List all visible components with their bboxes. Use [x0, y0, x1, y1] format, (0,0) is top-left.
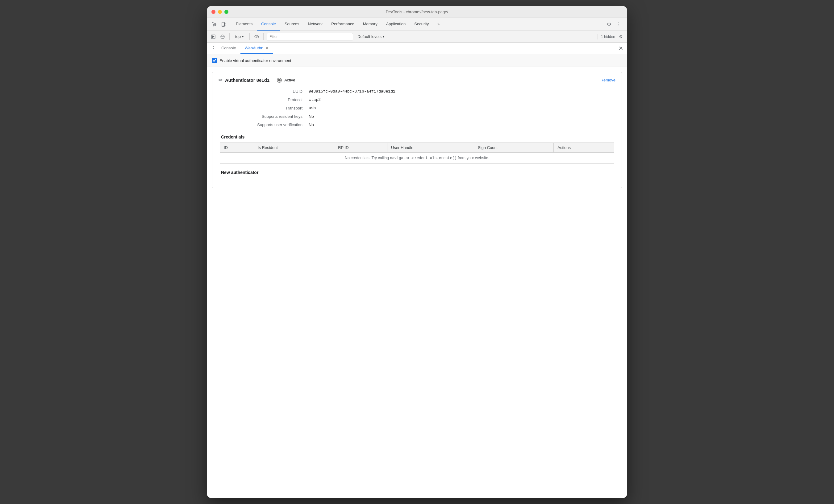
device-toolbar-icon[interactable] [219, 20, 228, 29]
devtools-top-toolbar: Elements Console Sources Network Perform… [207, 18, 627, 31]
credentials-table: ID Is Resident RP ID User Handle Sign Co… [220, 142, 614, 164]
tab-console-panel[interactable]: Console [217, 43, 240, 54]
tab-webauthn-panel[interactable]: WebAuthn ✕ [240, 43, 273, 54]
tab-more[interactable]: » [433, 18, 444, 30]
col-user-handle: User Handle [387, 143, 474, 153]
toolbar-icon-group [208, 18, 230, 30]
tab-memory[interactable]: Memory [359, 18, 382, 30]
tab-sources[interactable]: Sources [280, 18, 304, 30]
enable-authenticator-row: Enable virtual authenticator environment [207, 54, 627, 67]
empty-credentials-cell: No credentials. Try calling navigator.cr… [220, 153, 614, 164]
tab-console[interactable]: Console [257, 18, 280, 30]
clear-console-icon[interactable] [219, 33, 226, 40]
user-verification-value: No [309, 122, 615, 127]
col-rp-id: RP ID [334, 143, 387, 153]
resident-keys-value: No [309, 114, 615, 119]
panel-close-button[interactable]: ✕ [617, 43, 624, 54]
svg-point-7 [255, 35, 259, 38]
tab-network[interactable]: Network [304, 18, 327, 30]
status-label: Active [284, 78, 295, 82]
minimize-button[interactable] [218, 10, 222, 14]
credentials-table-header: ID Is Resident RP ID User Handle Sign Co… [220, 143, 614, 153]
credentials-table-body: No credentials. Try calling navigator.cr… [220, 153, 614, 164]
toolbar-divider-4 [597, 34, 598, 40]
protocol-label: Protocol [225, 97, 305, 102]
toolbar-right-icons: ⚙ ⋮ [602, 18, 626, 30]
authenticator-card: ✏ Authenticator 8e1d1 Active Remove UUID… [212, 72, 622, 188]
protocol-value: ctap2 [309, 97, 615, 102]
webauthn-tab-close[interactable]: ✕ [265, 46, 269, 51]
col-is-resident: Is Resident [254, 143, 334, 153]
context-selector[interactable]: top ▾ [233, 33, 246, 40]
settings-icon[interactable]: ⚙ [605, 20, 613, 29]
empty-message-prefix: No credentials. Try calling [345, 156, 390, 160]
authenticator-title: Authenticator 8e1d1 [225, 77, 269, 83]
run-script-icon[interactable] [210, 33, 217, 40]
status-radio-dot[interactable] [277, 78, 282, 83]
col-actions: Actions [554, 143, 614, 153]
main-content-area: Enable virtual authenticator environment… [207, 54, 627, 498]
top-nav-tabs: Elements Console Sources Network Perform… [232, 18, 602, 30]
svg-marker-4 [212, 36, 215, 38]
devtools-window: DevTools - chrome://new-tab-page/ Elemen… [207, 6, 627, 498]
user-verification-label: Supports user verification [225, 122, 305, 127]
credentials-title: Credentials [220, 135, 614, 139]
credentials-section: Credentials ID Is Resident RP ID User Ha… [219, 135, 615, 164]
level-selector[interactable]: Default levels ▾ [355, 33, 387, 40]
tab-application[interactable]: Application [382, 18, 410, 30]
title-bar: DevTools - chrome://new-tab-page/ [207, 6, 627, 18]
close-button[interactable] [212, 10, 216, 14]
eye-icon[interactable] [253, 33, 260, 40]
enable-virtual-auth-label: Enable virtual authenticator environment [219, 58, 291, 63]
authenticator-header: ✏ Authenticator 8e1d1 Active Remove [219, 77, 615, 83]
panel-tabs-bar: ⋮ Console WebAuthn ✕ ✕ [207, 43, 627, 54]
svg-point-8 [256, 36, 257, 37]
console-settings-icon[interactable]: ⚙ [617, 33, 624, 40]
toolbar-divider-3 [263, 33, 264, 40]
col-sign-count: Sign Count [474, 143, 554, 153]
filter-input[interactable] [267, 33, 353, 40]
edit-authenticator-icon[interactable]: ✏ [219, 77, 222, 83]
new-authenticator-section: New authenticator [219, 164, 615, 183]
enable-virtual-auth-checkbox[interactable] [212, 58, 217, 63]
empty-message-code: navigator.credentials.create() [390, 156, 457, 160]
uuid-value: 9e3a15fc-0da0-44bc-871b-a4f17da8e1d1 [309, 89, 615, 94]
tab-elements[interactable]: Elements [232, 18, 257, 30]
transport-value: usb [309, 106, 615, 110]
inspect-element-icon[interactable] [210, 20, 219, 29]
uuid-label: UUID [225, 89, 305, 94]
hidden-count-label: 1 hidden [601, 35, 615, 39]
col-id: ID [220, 143, 254, 153]
console-toolbar: top ▾ Default levels ▾ 1 hidden ⚙ [207, 31, 627, 43]
toolbar-divider-2 [249, 33, 250, 40]
empty-message-suffix: from your website. [457, 156, 489, 160]
maximize-button[interactable] [224, 10, 228, 14]
menu-icon[interactable]: ⋮ [615, 20, 623, 29]
svg-rect-1 [225, 23, 226, 26]
transport-label: Transport [225, 106, 305, 110]
authenticator-status: Active [277, 78, 295, 83]
remove-authenticator-link[interactable]: Remove [601, 78, 615, 82]
resident-keys-label: Supports resident keys [225, 114, 305, 119]
empty-credentials-row: No credentials. Try calling navigator.cr… [220, 153, 614, 164]
header-row: ID Is Resident RP ID User Handle Sign Co… [220, 143, 614, 153]
new-authenticator-title: New authenticator [220, 170, 614, 175]
tab-performance[interactable]: Performance [327, 18, 358, 30]
panel-menu-button[interactable]: ⋮ [210, 43, 217, 54]
hidden-count-area: 1 hidden ⚙ [596, 33, 624, 40]
traffic-lights [212, 10, 228, 14]
authenticator-details: UUID 9e3a15fc-0da0-44bc-871b-a4f17da8e1d… [219, 89, 615, 127]
tab-security[interactable]: Security [410, 18, 433, 30]
window-title: DevTools - chrome://new-tab-page/ [386, 9, 448, 14]
